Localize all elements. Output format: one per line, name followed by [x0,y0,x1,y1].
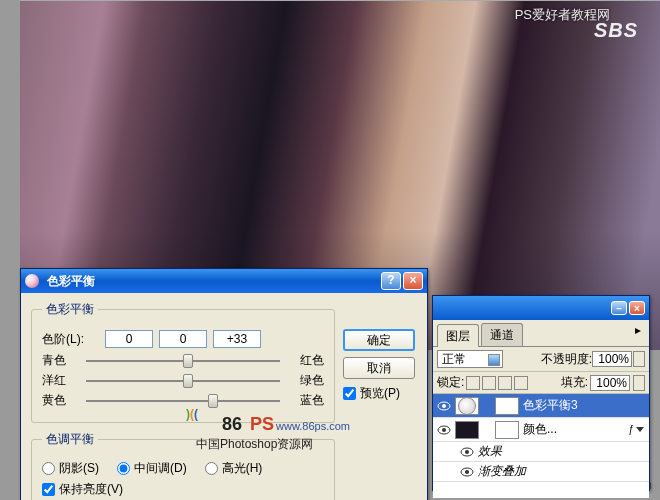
levels-label: 色阶(L): [42,331,102,348]
layers-titlebar[interactable]: – × [433,296,649,320]
radio-highlights[interactable]: 高光(H) [205,460,263,477]
level-yellow-blue[interactable] [213,330,261,348]
radio-midtones[interactable]: 中间调(D) [117,460,187,477]
visibility-icon[interactable] [459,464,475,480]
effect-label: 效果 [478,443,502,460]
layer-thumb [455,421,479,439]
opacity-arrow-icon[interactable] [633,351,645,367]
slider-yellow-blue[interactable]: 黄色 蓝色 [42,392,324,409]
level-magenta-green[interactable] [159,330,207,348]
tone-legend: 色调平衡 [42,431,98,448]
layer-effect-item[interactable]: 渐变叠加 [433,462,649,482]
tone-group: 色调平衡 阴影(S) 中间调(D) 高光(H) 保持亮度(V) [31,431,335,500]
help-button[interactable]: ? [381,272,401,290]
link-icon[interactable] [482,399,492,413]
layer-effect-item[interactable]: 效果 [433,442,649,462]
slider-magenta-green[interactable]: 洋红 绿色 [42,372,324,389]
layer-name: 色彩平衡3 [523,397,578,414]
layers-panel: – × 图层 通道 ▸ 正常 不透明度: 锁定: 填充: 色彩平衡3 [432,295,650,491]
layer-thumb [455,397,479,415]
balance-legend: 色彩平衡 [42,301,98,318]
tab-layers[interactable]: 图层 [437,324,479,347]
dialog-icon [25,274,39,288]
layer-mask[interactable] [495,397,519,415]
close-button[interactable]: × [403,272,423,290]
fx-expand-icon[interactable] [636,427,644,432]
layer-item[interactable]: 色彩平衡3 [433,394,649,418]
visibility-icon[interactable] [436,398,452,414]
fill-label: 填充: [561,374,588,391]
lock-position-icon[interactable] [498,376,512,390]
opacity-input[interactable] [592,351,632,367]
preserve-luminosity[interactable]: 保持亮度(V) [42,481,123,498]
slider-cyan-red[interactable]: 青色 红色 [42,352,324,369]
fx-icon[interactable]: ƒ [628,424,634,435]
preview-checkbox[interactable]: 预览(P) [343,386,400,400]
lock-all-icon[interactable] [514,376,528,390]
balance-group: 色彩平衡 色阶(L): 青色 红色 洋红 绿色 黄色 蓝色 [31,301,335,423]
fill-arrow-icon[interactable] [633,375,645,391]
visibility-icon[interactable] [459,444,475,460]
layer-item[interactable]: 颜色... ƒ [433,418,649,442]
svg-point-3 [442,428,446,432]
close-panel-button[interactable]: × [629,301,645,315]
layer-name: 颜色... [523,421,557,438]
panel-menu-icon[interactable]: ▸ [631,323,645,346]
link-icon[interactable] [482,423,492,437]
blend-mode-select[interactable]: 正常 [437,350,503,368]
cancel-button[interactable]: 取消 [343,357,415,379]
lock-label: 锁定: [437,374,464,391]
radio-shadows[interactable]: 阴影(S) [42,460,99,477]
dialog-title: 色彩平衡 [43,273,379,290]
svg-point-5 [465,450,469,454]
fill-input[interactable] [590,375,630,391]
effect-label: 渐变叠加 [478,463,526,480]
layer-list: 色彩平衡3 颜色... ƒ 效果 渐变叠加 [433,394,649,498]
minimize-button[interactable]: – [611,301,627,315]
layer-mask[interactable] [495,421,519,439]
site-watermark-top: PS爱好者教程网 [515,6,610,24]
level-cyan-red[interactable] [105,330,153,348]
color-balance-dialog: 色彩平衡 ? × 色彩平衡 色阶(L): 青色 红色 洋红 绿色 [20,268,428,500]
visibility-icon[interactable] [436,422,452,438]
svg-point-1 [442,404,446,408]
lock-paint-icon[interactable] [482,376,496,390]
opacity-label: 不透明度: [541,351,592,368]
tab-channels[interactable]: 通道 [481,323,523,346]
svg-point-7 [465,470,469,474]
dialog-titlebar[interactable]: 色彩平衡 ? × [21,269,427,293]
lock-transparency-icon[interactable] [466,376,480,390]
ok-button[interactable]: 确定 [343,329,415,351]
